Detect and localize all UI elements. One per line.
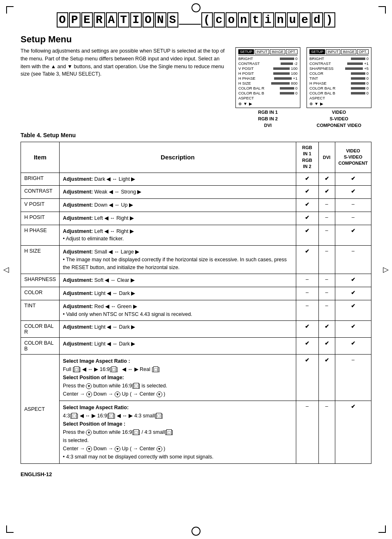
table-row-hsize: H SIZE Adjustment: Small ◀ ↔ Large ▶ • T…	[21, 246, 371, 274]
menu-row-aspect-rgb: ASPECT	[238, 96, 297, 100]
desc-hphase: Adjustment: Left ◀ ↔ Right ▶ • Adjust to…	[60, 225, 296, 246]
dash-tint-rgb: –	[296, 300, 318, 321]
table-row-hposit: H POSIT Adjustment: Left ◀ ↔ Right ▶ ✔ –…	[21, 212, 371, 225]
item-vposit: V POSIT	[21, 199, 60, 212]
dash-hposit-dvi: –	[318, 212, 335, 225]
check-sharpness-video: ✔	[335, 274, 371, 287]
table-row-aspect-rgb: ASPECT Select Image Aspect Ratio : Full …	[21, 355, 371, 401]
table-row-colorbalb: COLOR BAL B Adjustment: Light ◀ ↔ Dark ▶…	[21, 338, 371, 355]
table-row-color: COLOR Adjustment: Light ◀ ↔ Dark ▶ – – ✔	[21, 287, 371, 300]
menu-tab-opt-video: OPT.	[357, 49, 369, 54]
dash-aspect-video-dvi: –	[318, 401, 335, 464]
check-tint-video: ✔	[335, 300, 371, 321]
menu-row-aspect-video: ASPECT	[309, 96, 369, 100]
desc-bright: Adjustment: Dark ◀ ↔ Light ▶	[60, 173, 296, 186]
menu-bar-contrast-video: +1	[347, 61, 369, 66]
menu-caption-video1: VIDEO	[332, 110, 346, 115]
menu-bar-bright-video: 0	[351, 56, 369, 61]
menu-bar-hsize-rgb: 800	[271, 81, 297, 85]
menu-row-sharpness-video: SHARPNESS +5	[309, 66, 369, 71]
menu-label-tint-video: TINT	[309, 76, 338, 81]
menu-tab-image-video: IMAGE	[341, 49, 356, 54]
section-title: Setup Menu	[21, 34, 371, 45]
table-row-tint: TINT Adjustment: Red ◀ ↔ Green ▶ • Valid…	[21, 300, 371, 321]
th-rgb: RGB IN 1RGB IN 2	[296, 142, 318, 173]
check-contrast-video: ✔	[335, 186, 371, 199]
dash-hsize-dvi: –	[318, 246, 335, 274]
dash-tint-dvi: –	[318, 300, 335, 321]
check-colorbalr-dvi: ✔	[318, 321, 335, 338]
th-video: VIDEOS-VIDEOCOMPONENT	[335, 142, 371, 173]
menu-label-colorbalb-video: COLOR BAL B	[309, 91, 338, 95]
menu-row-bright-video: BRIGHT 0	[309, 56, 369, 61]
check-colorbalr-rgb: ✔	[296, 321, 318, 338]
desc-color: Adjustment: Light ◀ ↔ Dark ▶	[60, 287, 296, 300]
menu-row-colorbalr-rgb: COLOR BAL R 0	[238, 86, 297, 90]
menu-label-colorbalr-rgb: COLOR BAL R	[238, 86, 267, 90]
menu-row-bright-rgb: BRIGHT 0	[238, 56, 297, 61]
check-vposit-rgb: ✔	[296, 199, 318, 212]
menu-bar-bright-rgb: 0	[280, 56, 297, 61]
table-row-colorbalr: COLOR BAL R Adjustment: Light ◀ ↔ Dark ▶…	[21, 321, 371, 338]
menu-box-video: SETUP INPUT IMAGE OPT. BRIGHT 0 CONTRAST…	[307, 47, 371, 108]
menu-bar-contrast-rgb: -2	[281, 61, 297, 66]
check-colorbalb-video: ✔	[335, 338, 371, 355]
corner-bl	[6, 525, 14, 533]
menu-label-aspect-video: ASPECT	[309, 96, 338, 100]
item-hposit: H POSIT	[21, 212, 60, 225]
item-aspect: ASPECT	[21, 355, 60, 464]
check-colorbalb-dvi: ✔	[318, 338, 335, 355]
menu-row-tint-video: TINT 0	[309, 76, 369, 81]
desc-hsize: Adjustment: Small ◀ ↔ Large ▶ • The imag…	[60, 246, 296, 274]
desc-colorbalr: Adjustment: Light ◀ ↔ Dark ▶	[60, 321, 296, 338]
desc-aspect-rgb: Select Image Aspect Ratio : Full [□] ◀ ↔…	[60, 355, 296, 401]
menu-row-color-video: COLOR 0	[309, 71, 369, 76]
table-row-vposit: V POSIT Adjustment: Down ◀ ↔ Up ▶ ✔ – –	[21, 199, 371, 212]
check-aspect-video: ✔	[335, 401, 371, 464]
menu-row-hphase-rgb: H PHASE +1	[238, 76, 297, 81]
menu-tab-row-video: SETUP INPUT IMAGE OPT.	[309, 49, 369, 55]
menu-label-aspect-rgb: ASPECT	[238, 96, 267, 100]
menu-label-vposit-rgb: V POSIT	[238, 66, 267, 71]
menu-bar-hposit-rgb: 100	[273, 71, 297, 76]
check-hphase-rgb: ✔	[296, 225, 318, 246]
menu-screenshots: SETUP INPUT IMAGE OPT. BRIGHT 0 CONTRAST…	[235, 47, 371, 128]
menu-row-colorbalr-video: COLOR BAL R 0	[309, 86, 369, 90]
check-bright-video: ✔	[335, 173, 371, 186]
check-colorbalb-rgb: ✔	[296, 338, 318, 355]
item-colorbalb: COLOR BAL B	[21, 338, 60, 355]
dash-sharpness-rgb: –	[296, 274, 318, 287]
menu-bar-hphase-video: 0	[351, 81, 369, 85]
page-title: OPERATIONS (continued)	[21, 12, 371, 28]
table-row-contrast: CONTRAST Adjustment: Weak ◀ ↔ Strong ▶ ✔…	[21, 186, 371, 199]
menu-icons-video: ⊕▼▶	[309, 101, 369, 106]
corner-tr	[378, 6, 386, 14]
item-sharpness: SHARPNESS	[21, 274, 60, 287]
menu-bar-colorbalr-rgb: 0	[280, 86, 297, 90]
check-bright-dvi: ✔	[318, 173, 335, 186]
desc-tint: Adjustment: Red ◀ ↔ Green ▶ • Valid only…	[60, 300, 296, 321]
menu-tab-row-rgb: SETUP INPUT IMAGE OPT.	[238, 49, 297, 55]
item-tint: TINT	[21, 300, 60, 321]
dash-hposit-video: –	[335, 212, 371, 225]
item-contrast: CONTRAST	[21, 186, 60, 199]
corner-br	[378, 525, 386, 533]
th-dvi: DVI	[318, 142, 335, 173]
check-color-video: ✔	[335, 287, 371, 300]
check-hsize-rgb: ✔	[296, 246, 318, 274]
menu-caption-dvi: DVI	[264, 123, 272, 128]
desc-contrast: Adjustment: Weak ◀ ↔ Strong ▶	[60, 186, 296, 199]
th-description: Description	[60, 142, 296, 173]
item-colorbalr: COLOR BAL R	[21, 321, 60, 338]
menu-label-sharpness-video: SHARPNESS	[309, 66, 338, 71]
menu-caption-rgb1: RGB IN 1	[258, 110, 278, 115]
menu-label-bright-video: BRIGHT	[309, 56, 338, 61]
menu-label-hsize-rgb: H SIZE	[238, 81, 267, 85]
menu-tab-opt-rgb: OPT.	[286, 49, 297, 54]
dash-sharpness-dvi: –	[318, 274, 335, 287]
menu-caption-svideo: S-VIDEO	[330, 116, 348, 121]
menu-row-hposit-rgb: H POSIT 100	[238, 71, 297, 76]
menu-bar-hphase-rgb: +1	[274, 76, 297, 81]
menu-bar-vposit-rgb: 100	[273, 66, 297, 71]
side-arrow-right: ▷	[383, 265, 389, 274]
